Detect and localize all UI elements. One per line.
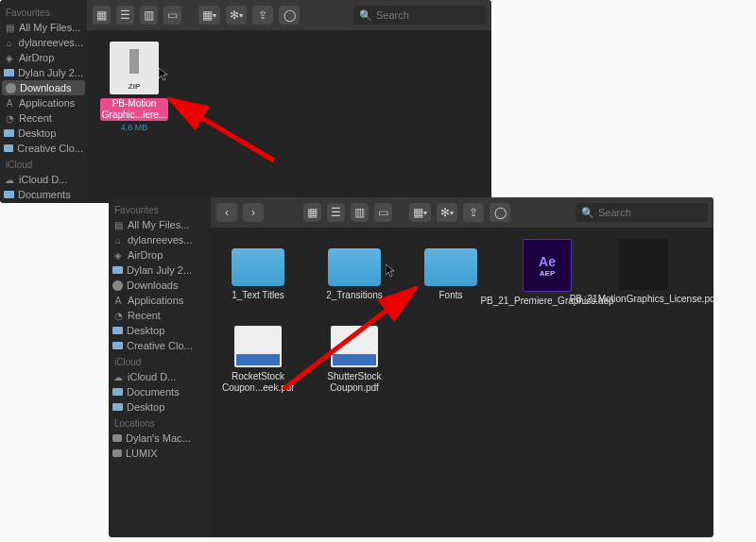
file-item[interactable]: Fonts: [411, 239, 490, 307]
zip-icon: ZIP: [110, 42, 159, 94]
sidebar-item-airdrop[interactable]: ◈AirDrop: [109, 247, 211, 263]
toolbar: ‹ › ▦ ☰ ▥ ▭ ▦ ▾ ✻ ▾ ⇪ ◯ 🔍 Search: [211, 197, 713, 228]
view-list[interactable]: ☰: [327, 203, 345, 222]
cursor-icon: [386, 264, 395, 278]
sidebar-item-airdrop[interactable]: ◈AirDrop: [0, 50, 87, 65]
view-gallery[interactable]: ▭: [374, 203, 392, 222]
sidebar-item-all-my-files-[interactable]: ▤All My Files...: [0, 20, 87, 35]
file-item[interactable]: 2_Transitions: [315, 239, 394, 307]
folder-icon: [232, 248, 284, 286]
section-locations: Locations: [109, 415, 211, 431]
pdf-icon: [619, 239, 668, 290]
sidebar-item-desktop[interactable]: Desktop: [109, 323, 211, 338]
sidebar-item-creative-clo-[interactable]: Creative Clo...: [0, 141, 87, 156]
view-columns[interactable]: ▥: [140, 6, 158, 25]
sidebar-item-label: Desktop: [127, 401, 164, 413]
sidebar-item-icloud-d-[interactable]: ☁iCloud D...: [109, 369, 211, 384]
search-placeholder: Search: [376, 9, 409, 21]
share-button[interactable]: ⇪: [252, 6, 273, 25]
sidebar-item-dylan-s-mac-[interactable]: Dylan's Mac...: [109, 431, 211, 446]
arrange-dropdown[interactable]: ▦ ▾: [409, 203, 431, 222]
sidebar-item-desktop[interactable]: Desktop: [0, 202, 87, 203]
sidebar-item-dylan-july-2-[interactable]: Dylan July 2...: [109, 263, 211, 278]
sidebar-item-applications[interactable]: AApplications: [109, 293, 211, 308]
sidebar-item-recent[interactable]: ◔Recent: [0, 110, 87, 126]
sidebar-item-label: Dylan July 2...: [18, 67, 83, 78]
sidebar-item-icloud-d-[interactable]: ☁iCloud D...: [0, 172, 87, 187]
sidebar-item-documents[interactable]: Documents: [0, 187, 87, 202]
file-item-zip[interactable]: ZIP PB-MotionGraphic...iere... 4.6 MB: [94, 42, 174, 132]
sidebar-item-lumix[interactable]: LUMIX: [109, 446, 211, 461]
sidebar-item-label: iCloud D...: [19, 174, 67, 185]
file-item[interactable]: ShutterStock Coupon.pdf: [315, 320, 394, 394]
sidebar-item-documents[interactable]: Documents: [109, 384, 211, 399]
search-icon: 🔍: [359, 9, 372, 22]
sidebar-item-label: Documents: [18, 189, 71, 200]
img-icon: [331, 326, 378, 367]
file-label-selected: PB-MotionGraphic...iere...: [100, 98, 168, 121]
sidebar-item-label: Applications: [19, 97, 75, 109]
sidebar-item-label: Documents: [127, 386, 180, 398]
file-label: 1_Text Titles: [232, 290, 284, 301]
sidebar-item-label: AirDrop: [19, 52, 54, 63]
tags-button[interactable]: ◯: [279, 6, 300, 25]
share-button[interactable]: ⇪: [463, 203, 484, 222]
nav-back[interactable]: ‹: [216, 203, 237, 222]
sidebar-item-label: Dylan July 2...: [127, 264, 192, 276]
sidebar-item-label: Desktop: [127, 325, 164, 336]
sidebar-item-downloads[interactable]: Downloads: [2, 80, 85, 95]
action-dropdown[interactable]: ✻ ▾: [226, 6, 247, 25]
view-icon-group[interactable]: ▦: [93, 6, 111, 25]
cursor-icon: [159, 68, 168, 81]
tags-button[interactable]: ◯: [490, 203, 510, 222]
toolbar: ▦ ☰ ▥ ▭ ▦ ▾ ✻ ▾ ⇪ ◯ 🔍 Search: [87, 0, 491, 30]
sidebar-item-recent[interactable]: ◔Recent: [109, 308, 211, 323]
view-gallery[interactable]: ▭: [163, 6, 181, 25]
section-favourites: Favourites: [0, 4, 87, 20]
search-field[interactable]: 🔍 Search: [353, 6, 486, 25]
action-dropdown[interactable]: ✻ ▾: [437, 203, 457, 222]
file-label: ShutterStock Coupon.pdf: [315, 371, 394, 394]
search-placeholder: Search: [598, 207, 631, 218]
sidebar-item-dylanreeves-[interactable]: ⌂dylanreeves...: [0, 35, 87, 50]
sidebar-item-applications[interactable]: AApplications: [0, 95, 87, 110]
view-columns[interactable]: ▥: [351, 203, 369, 222]
sidebar-item-dylan-july-2-[interactable]: Dylan July 2...: [0, 65, 87, 80]
sidebar-item-label: Recent: [19, 112, 52, 124]
sidebar-item-downloads[interactable]: Downloads: [109, 278, 211, 293]
aep-icon: AeAEP: [523, 239, 572, 292]
folder-icon: [424, 248, 477, 286]
file-label: PB_21MotionGraphics_License.pdf: [570, 294, 713, 305]
sidebar-item-desktop[interactable]: Desktop: [109, 399, 211, 415]
file-item[interactable]: 1_Text Titles: [218, 239, 298, 307]
file-item[interactable]: RocketStock Coupon...eek.pdf: [218, 320, 298, 394]
file-grid[interactable]: 1_Text Titles2_TransitionsFontsAeAEPPB_2…: [211, 228, 713, 537]
sidebar-item-desktop[interactable]: Desktop: [0, 126, 87, 141]
sidebar-item-label: dylanreeves...: [128, 234, 192, 246]
sidebar-item-dylanreeves-[interactable]: ⌂dylanreeves...: [109, 232, 211, 247]
nav-forward[interactable]: ›: [243, 203, 264, 222]
file-grid[interactable]: ZIP PB-MotionGraphic...iere... 4.6 MB: [87, 30, 491, 203]
sidebar-item-label: LUMIX: [126, 448, 158, 459]
main-area: ▦ ☰ ▥ ▭ ▦ ▾ ✻ ▾ ⇪ ◯ 🔍 Search ZIP PB-Moti…: [87, 0, 491, 203]
sidebar-item-label: All My Files...: [128, 219, 189, 230]
file-size: 4.6 MB: [121, 123, 148, 132]
file-item[interactable]: PB_21MotionGraphics_License.pdf: [604, 239, 683, 307]
arrange-dropdown[interactable]: ▦ ▾: [198, 6, 220, 25]
sidebar-item-label: Downloads: [20, 82, 71, 93]
sidebar-item-creative-clo-[interactable]: Creative Clo...: [109, 338, 211, 353]
sidebar-item-label: iCloud D...: [128, 371, 176, 382]
sidebar-item-all-my-files-[interactable]: ▤All My Files...: [109, 217, 211, 232]
file-label: RocketStock Coupon...eek.pdf: [218, 371, 298, 394]
view-list[interactable]: ☰: [116, 6, 134, 25]
search-icon: 🔍: [581, 207, 594, 219]
sidebar-item-label: AirDrop: [128, 249, 163, 261]
sidebar-item-label: dylanreeves...: [19, 37, 83, 48]
img-icon: [234, 326, 282, 367]
search-field[interactable]: 🔍 Search: [576, 203, 708, 222]
sidebar-item-label: Creative Clo...: [127, 340, 193, 351]
section-icloud: iCloud: [109, 353, 211, 369]
sidebar-item-label: Desktop: [18, 127, 56, 139]
view-icon-group[interactable]: ▦: [303, 203, 321, 222]
sidebar-item-label: All My Files...: [19, 22, 80, 33]
